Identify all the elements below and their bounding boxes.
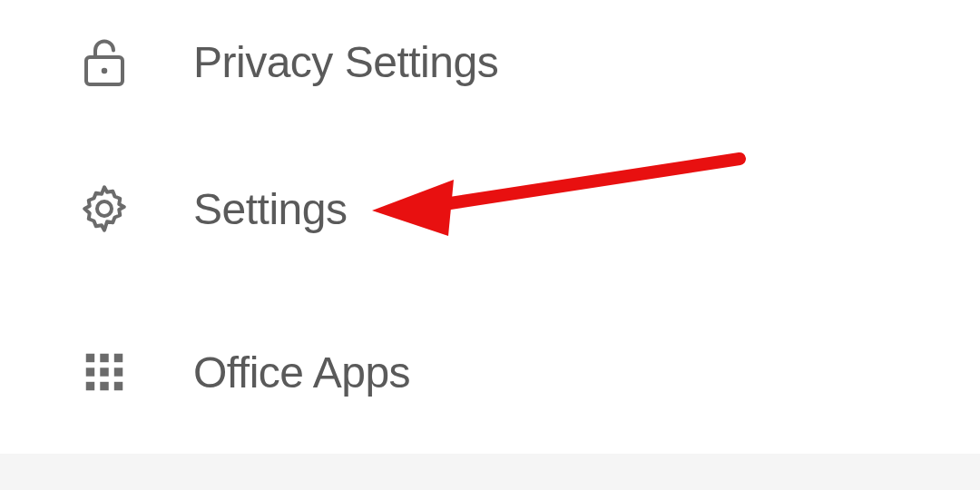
svg-rect-3 bbox=[86, 354, 94, 362]
svg-rect-9 bbox=[86, 382, 94, 390]
svg-point-1 bbox=[102, 68, 108, 74]
svg-point-2 bbox=[97, 201, 112, 216]
menu-item-privacy[interactable]: Privacy Settings bbox=[0, 34, 980, 89]
menu-item-label: Office Apps bbox=[193, 348, 410, 397]
svg-rect-11 bbox=[114, 382, 122, 390]
svg-rect-10 bbox=[100, 382, 108, 390]
menu-item-office-apps[interactable]: Office Apps bbox=[0, 345, 980, 399]
bottom-strip bbox=[0, 454, 980, 490]
menu-item-label: Settings bbox=[193, 184, 347, 234]
menu-item-settings[interactable]: Settings bbox=[0, 181, 980, 236]
svg-rect-6 bbox=[86, 368, 94, 376]
svg-rect-7 bbox=[100, 368, 108, 376]
gear-icon bbox=[77, 181, 132, 236]
svg-rect-4 bbox=[100, 354, 108, 362]
svg-rect-8 bbox=[114, 368, 122, 376]
menu-item-label: Privacy Settings bbox=[193, 37, 498, 87]
svg-rect-5 bbox=[114, 354, 122, 362]
lock-icon bbox=[77, 34, 132, 89]
apps-grid-icon bbox=[77, 345, 132, 399]
